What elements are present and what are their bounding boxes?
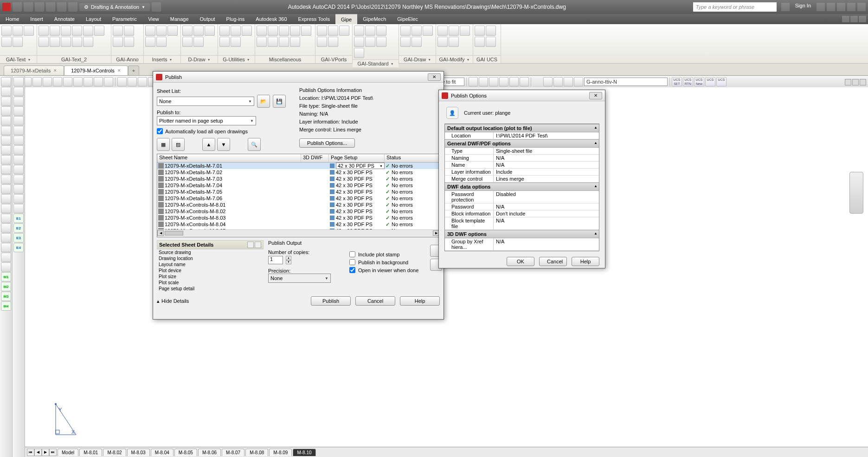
sheet-page-cell[interactable]: 42 x 30 PDF PS <box>330 183 386 188</box>
ribbon-button[interactable] <box>290 26 300 36</box>
maximize-icon[interactable] <box>847 3 855 11</box>
add-sheets-button[interactable]: ▦ <box>157 138 170 151</box>
ribbon-tab-parametric[interactable]: Parametric <box>107 14 142 24</box>
property-value[interactable]: N/A <box>494 238 599 250</box>
ribbon-panel-label[interactable]: G-Utilities▼ <box>218 55 255 63</box>
layout-tab[interactable]: M-8.09 <box>269 449 292 456</box>
ucs-button[interactable]: UCS New <box>694 77 704 86</box>
toolbar-button[interactable] <box>104 77 113 86</box>
ribbon-tab-insert[interactable]: Insert <box>25 14 49 24</box>
layout-tab[interactable]: M-8.05 <box>174 449 197 456</box>
sheet-page-cell[interactable]: 42 x 30 PDF PS <box>330 170 386 175</box>
ucs-button[interactable]: UCS <box>705 77 715 86</box>
draw-tool-button[interactable] <box>1 262 11 272</box>
modify-tool-button[interactable] <box>13 165 24 174</box>
toolbar-button[interactable] <box>479 77 488 86</box>
property-value[interactable]: I:\PWL\2014 PDF Test\ <box>494 132 599 139</box>
ribbon-button[interactable] <box>376 26 386 36</box>
modify-tool-button[interactable] <box>13 184 24 194</box>
sheet-list-select[interactable]: None▼ <box>157 97 254 106</box>
ribbon-button[interactable] <box>50 37 60 47</box>
layout-tab[interactable]: Model <box>58 449 78 456</box>
ribbon-button[interactable] <box>231 37 241 47</box>
options-cancel-button[interactable]: Cancel <box>539 257 567 266</box>
options-property-row[interactable]: Layer informationInclude <box>445 169 599 176</box>
viewport-close-icon[interactable] <box>860 79 866 85</box>
toolbar-button[interactable] <box>489 77 498 86</box>
background-checkbox[interactable] <box>349 259 355 265</box>
ribbon-tab-manage[interactable]: Manage <box>165 14 194 24</box>
sheet-row[interactable]: 12079-M-xControls-M-8.0142 x 30 PDF PS✓N… <box>157 202 439 208</box>
new-file-tab-button[interactable]: + <box>128 65 139 75</box>
ucs-button[interactable]: UCS RTN <box>683 77 693 86</box>
toolbar-button[interactable] <box>43 77 52 86</box>
toolbar-button[interactable] <box>73 77 83 86</box>
options-property-row[interactable]: TypeSingle-sheet file <box>445 148 599 155</box>
publish-options-button[interactable]: Publish Options... <box>299 138 355 148</box>
options-dialog-close-icon[interactable]: ✕ <box>589 92 602 99</box>
qat-save-icon[interactable] <box>35 2 44 12</box>
draw-tool-button[interactable] <box>1 97 11 106</box>
ribbon-button[interactable] <box>13 37 23 47</box>
ribbon-button[interactable] <box>339 26 349 36</box>
modify-tool-button[interactable] <box>13 87 24 96</box>
property-value[interactable]: Disabled <box>494 191 599 203</box>
ribbon-button[interactable] <box>24 26 34 36</box>
ribbon-button[interactable] <box>113 37 123 47</box>
sheet-row[interactable]: 12079-M-xDetails-M-7.0642 x 30 PDF PS✓No… <box>157 195 439 202</box>
ribbon-button[interactable] <box>279 37 289 47</box>
options-property-row[interactable]: Group by Xref hiera...N/A <box>445 238 599 251</box>
layout-tab[interactable]: M-8.03 <box>127 449 150 456</box>
options-property-row[interactable]: NamingN/A <box>445 155 599 162</box>
qat-more-icon[interactable] <box>152 2 161 12</box>
modify-tool-button[interactable] <box>13 126 24 135</box>
toolbar-button[interactable] <box>574 77 583 86</box>
ribbon-button[interactable] <box>83 26 93 36</box>
options-help-button[interactable]: Help <box>572 257 599 266</box>
ribbon-tab-express-tools[interactable]: Express Tools <box>293 14 335 24</box>
ribbon-button[interactable] <box>486 26 496 36</box>
publish-to-select[interactable]: Plotter named in page setup▼ <box>157 116 256 125</box>
ribbon-button[interactable] <box>1 26 12 36</box>
draw-tool-button[interactable] <box>1 126 11 135</box>
close-icon[interactable] <box>857 3 866 11</box>
ribbon-button[interactable] <box>365 26 375 36</box>
layer-select[interactable]: G-anno-ttiv-N <box>584 78 668 86</box>
toolbar-button[interactable] <box>553 77 563 86</box>
doc-restore-icon[interactable] <box>850 16 858 22</box>
copies-down[interactable]: ▼ <box>286 260 291 264</box>
property-value[interactable]: Lines merge <box>494 176 599 182</box>
ribbon-button[interactable] <box>301 26 311 36</box>
ribbon-button[interactable] <box>257 37 267 47</box>
ribbon-button[interactable] <box>317 26 327 36</box>
layout-tab[interactable]: M-8.04 <box>151 449 174 456</box>
ribbon-button[interactable] <box>72 37 82 47</box>
file-tab-close-icon[interactable]: ✕ <box>53 68 57 73</box>
ribbon-button[interactable] <box>328 37 338 47</box>
ucs-button[interactable]: UCS SET <box>672 77 682 86</box>
toolbar-button[interactable] <box>138 77 147 86</box>
property-value[interactable]: N/A <box>494 203 599 210</box>
ribbon-panel-label[interactable]: Miscellaneous <box>255 55 315 63</box>
ribbon-button[interactable] <box>113 26 123 36</box>
draw-tool-button[interactable] <box>1 116 11 125</box>
ribbon-panel-label[interactable]: GAI-Anno <box>111 55 143 63</box>
ribbon-panel-label[interactable]: GAI UCS <box>473 55 501 63</box>
draw-tool-button[interactable] <box>1 77 11 86</box>
options-property-row[interactable]: LocationI:\PWL\2014 PDF Test\ <box>445 132 599 139</box>
sheet-row[interactable]: 12079-M-xDetails-M-7.0542 x 30 PDF PS✓No… <box>157 189 439 195</box>
publish-help-button[interactable]: Help <box>400 296 440 306</box>
layer-m-button[interactable]: M1 <box>1 272 11 281</box>
ribbon-tab-gipemech[interactable]: GipeMech <box>357 14 392 24</box>
copies-input[interactable]: 1 <box>268 256 283 264</box>
exchange-icon[interactable] <box>817 3 825 11</box>
ribbon-button[interactable] <box>205 26 215 36</box>
ribbon-button[interactable] <box>376 37 386 47</box>
draw-tool-button[interactable] <box>1 165 11 174</box>
ribbon-tab-autodesk-360[interactable]: Autodesk 360 <box>250 14 292 24</box>
move-up-button[interactable]: ▲ <box>202 138 215 151</box>
draw-tool-button[interactable] <box>1 194 11 203</box>
ribbon-button[interactable] <box>39 37 49 47</box>
options-property-row[interactable]: Block informationDon't include <box>445 210 599 217</box>
ribbon-tab-view[interactable]: View <box>142 14 165 24</box>
